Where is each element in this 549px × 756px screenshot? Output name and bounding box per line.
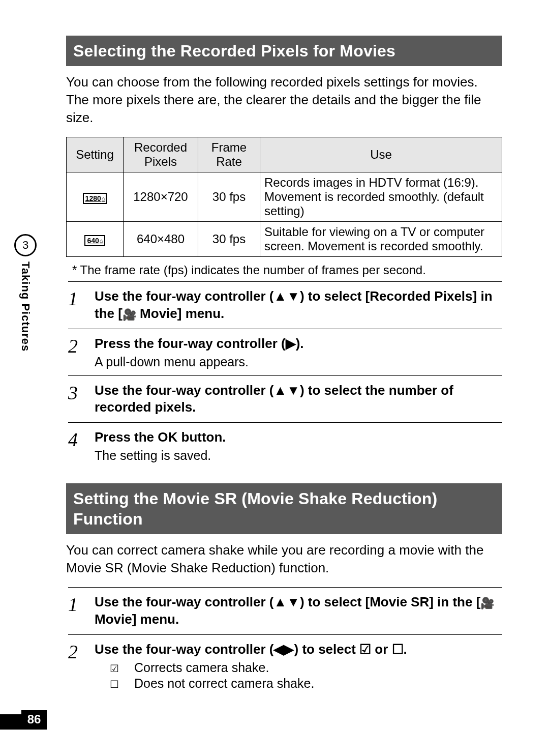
section-intro: You can correct camera shake while you a… [66, 541, 502, 577]
ok-button-label: OK [158, 429, 177, 445]
settings-table: Setting Recorded Pixels Frame Rate Use 1… [66, 137, 502, 257]
step-title: Use the four-way controller (◀▶) to sele… [95, 641, 502, 658]
option-text: Does not correct camera shake. [134, 676, 314, 691]
th-use: Use [260, 137, 502, 172]
step-title: Press the OK button. [95, 429, 502, 446]
section-intro: You can choose from the following record… [66, 73, 502, 127]
th-setting: Setting [67, 137, 124, 172]
th-pixels: Recorded Pixels [124, 137, 198, 172]
side-tab: 3 Taking Pictures [14, 234, 37, 352]
step-item: 1 Use the four-way controller (▲▼) to se… [68, 281, 502, 329]
cell-rate: 30 fps [198, 222, 260, 257]
section-heading: Setting the Movie SR (Movie Shake Reduct… [66, 483, 502, 534]
option-text: Corrects camera shake. [134, 660, 269, 675]
table-row: 1280 1280×720 30 fps Records images in H… [67, 172, 502, 222]
setting-1280-icon: 1280 [83, 193, 107, 204]
cell-pixels: 640×480 [124, 222, 198, 257]
steps-list: 1 Use the four-way controller (▲▼) to se… [66, 587, 502, 697]
step-item: 2 Press the four-way controller (▶). A p… [68, 329, 502, 375]
chapter-label: Taking Pictures [19, 261, 32, 352]
step-title: Use the four-way controller (▲▼) to sele… [95, 382, 502, 417]
movie-icon: 🎥 [480, 596, 494, 611]
step-subtext: The setting is saved. [95, 448, 502, 463]
step-title: Use the four-way controller (▲▼) to sele… [95, 288, 502, 323]
table-header-row: Setting Recorded Pixels Frame Rate Use [67, 137, 502, 172]
step-item: 1 Use the four-way controller (▲▼) to se… [68, 587, 502, 634]
option-list: ☑ Corrects camera shake. ☐ Does not corr… [110, 660, 502, 691]
step-number: 2 [68, 641, 95, 692]
checkbox-off-icon: ☐ [110, 678, 134, 690]
option-row: ☐ Does not correct camera shake. [110, 676, 502, 691]
step-number: 2 [68, 335, 95, 369]
step-title: Use the four-way controller (▲▼) to sele… [95, 594, 502, 628]
cell-pixels: 1280×720 [124, 172, 198, 222]
th-rate: Frame Rate [198, 137, 260, 172]
step-item: 3 Use the four-way controller (▲▼) to se… [68, 375, 502, 423]
step-number: 3 [68, 382, 95, 417]
cell-rate: 30 fps [198, 172, 260, 222]
step-subtext: A pull-down menu appears. [95, 355, 502, 369]
chapter-number-badge: 3 [14, 234, 37, 256]
step-number: 1 [68, 594, 95, 628]
steps-list: 1 Use the four-way controller (▲▼) to se… [66, 281, 502, 469]
setting-640-icon: 640 [84, 235, 105, 246]
table-row: 640 640×480 30 fps Suitable for viewing … [67, 222, 502, 257]
checkbox-on-icon: ☑ [110, 662, 134, 675]
option-row: ☑ Corrects camera shake. [110, 660, 502, 675]
step-title: Press the four-way controller (▶). [95, 335, 502, 353]
step-number: 1 [68, 288, 95, 323]
section-heading: Selecting the Recorded Pixels for Movies [66, 36, 502, 66]
movie-icon: 🎥 [123, 308, 136, 323]
step-item: 4 Press the OK button. The setting is sa… [68, 422, 502, 469]
manual-page: 3 Taking Pictures Selecting the Recorded… [0, 0, 549, 756]
table-footnote: * The frame rate (fps) indicates the num… [68, 263, 502, 277]
cell-use: Records images in HDTV format (16:9). Mo… [260, 172, 502, 222]
step-number: 4 [68, 429, 95, 463]
cell-use: Suitable for viewing on a TV or computer… [260, 222, 502, 257]
step-item: 2 Use the four-way controller (◀▶) to se… [68, 634, 502, 698]
page-number: 86 [21, 710, 47, 729]
